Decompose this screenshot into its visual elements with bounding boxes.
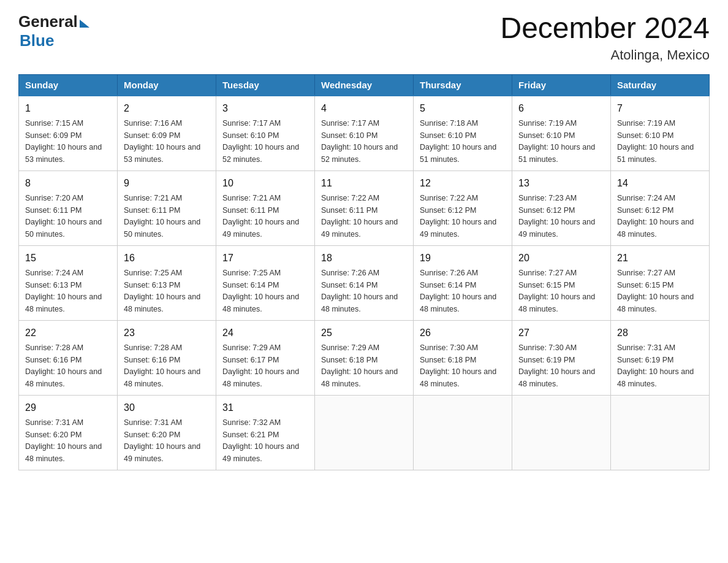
calendar-cell: 14 Sunrise: 7:24 AMSunset: 6:12 PMDaylig… — [611, 170, 710, 245]
day-info: Sunrise: 7:28 AMSunset: 6:16 PMDaylight:… — [25, 343, 102, 388]
calendar-cell: 28 Sunrise: 7:31 AMSunset: 6:19 PMDaylig… — [611, 320, 710, 395]
day-number: 21 — [617, 251, 703, 266]
day-number: 4 — [321, 101, 407, 116]
col-tuesday: Tuesday — [216, 74, 315, 96]
calendar-cell: 23 Sunrise: 7:28 AMSunset: 6:16 PMDaylig… — [118, 320, 216, 395]
calendar-cell — [512, 395, 611, 470]
calendar-cell: 4 Sunrise: 7:17 AMSunset: 6:10 PMDayligh… — [315, 96, 414, 171]
day-number: 20 — [518, 251, 604, 266]
calendar-table: Sunday Monday Tuesday Wednesday Thursday… — [18, 74, 710, 470]
day-number: 9 — [124, 176, 210, 191]
calendar-week-row: 22 Sunrise: 7:28 AMSunset: 6:16 PMDaylig… — [19, 320, 710, 395]
calendar-cell: 8 Sunrise: 7:20 AMSunset: 6:11 PMDayligh… — [19, 170, 118, 245]
calendar-cell — [414, 395, 512, 470]
day-number: 27 — [518, 326, 604, 340]
day-info: Sunrise: 7:31 AMSunset: 6:19 PMDaylight:… — [617, 343, 694, 388]
day-number: 14 — [617, 176, 703, 191]
day-info: Sunrise: 7:22 AMSunset: 6:12 PMDaylight:… — [420, 194, 496, 239]
calendar-cell: 11 Sunrise: 7:22 AMSunset: 6:11 PMDaylig… — [315, 170, 414, 245]
day-info: Sunrise: 7:21 AMSunset: 6:11 PMDaylight:… — [124, 194, 200, 239]
day-number: 13 — [518, 176, 604, 191]
day-info: Sunrise: 7:19 AMSunset: 6:10 PMDaylight:… — [617, 119, 694, 164]
calendar-cell: 25 Sunrise: 7:29 AMSunset: 6:18 PMDaylig… — [315, 320, 414, 395]
day-number: 12 — [420, 176, 506, 191]
day-info: Sunrise: 7:17 AMSunset: 6:10 PMDaylight:… — [222, 119, 299, 164]
calendar-cell: 12 Sunrise: 7:22 AMSunset: 6:12 PMDaylig… — [414, 170, 512, 245]
day-info: Sunrise: 7:18 AMSunset: 6:10 PMDaylight:… — [420, 119, 496, 164]
day-number: 3 — [222, 101, 308, 116]
day-number: 30 — [124, 400, 210, 415]
day-number: 1 — [25, 101, 111, 116]
day-number: 7 — [617, 101, 703, 116]
day-info: Sunrise: 7:29 AMSunset: 6:18 PMDaylight:… — [321, 343, 398, 388]
day-info: Sunrise: 7:30 AMSunset: 6:18 PMDaylight:… — [420, 343, 496, 388]
calendar-week-row: 8 Sunrise: 7:20 AMSunset: 6:11 PMDayligh… — [19, 170, 710, 245]
day-info: Sunrise: 7:27 AMSunset: 6:15 PMDaylight:… — [617, 269, 694, 313]
calendar-cell: 29 Sunrise: 7:31 AMSunset: 6:20 PMDaylig… — [19, 395, 118, 470]
day-info: Sunrise: 7:21 AMSunset: 6:11 PMDaylight:… — [222, 194, 299, 239]
calendar-cell: 15 Sunrise: 7:24 AMSunset: 6:13 PMDaylig… — [19, 245, 118, 320]
day-number: 23 — [124, 326, 210, 340]
day-info: Sunrise: 7:29 AMSunset: 6:17 PMDaylight:… — [222, 343, 299, 388]
day-info: Sunrise: 7:16 AMSunset: 6:09 PMDaylight:… — [124, 119, 200, 164]
calendar-cell: 24 Sunrise: 7:29 AMSunset: 6:17 PMDaylig… — [216, 320, 315, 395]
day-number: 5 — [420, 101, 506, 116]
day-info: Sunrise: 7:24 AMSunset: 6:12 PMDaylight:… — [617, 194, 694, 239]
calendar-cell: 27 Sunrise: 7:30 AMSunset: 6:19 PMDaylig… — [512, 320, 611, 395]
calendar-cell: 20 Sunrise: 7:27 AMSunset: 6:15 PMDaylig… — [512, 245, 611, 320]
day-info: Sunrise: 7:20 AMSunset: 6:11 PMDaylight:… — [25, 194, 102, 239]
day-info: Sunrise: 7:23 AMSunset: 6:12 PMDaylight:… — [518, 194, 595, 239]
calendar-cell — [611, 395, 710, 470]
day-info: Sunrise: 7:19 AMSunset: 6:10 PMDaylight:… — [518, 119, 595, 164]
day-number: 24 — [222, 326, 308, 340]
day-number: 26 — [420, 326, 506, 340]
logo-blue-text: Blue — [20, 31, 54, 50]
day-info: Sunrise: 7:26 AMSunset: 6:14 PMDaylight:… — [420, 269, 496, 313]
calendar-cell: 16 Sunrise: 7:25 AMSunset: 6:13 PMDaylig… — [118, 245, 216, 320]
day-info: Sunrise: 7:28 AMSunset: 6:16 PMDaylight:… — [124, 343, 200, 388]
day-number: 29 — [25, 400, 111, 415]
day-info: Sunrise: 7:22 AMSunset: 6:11 PMDaylight:… — [321, 194, 398, 239]
logo-arrow-icon — [80, 20, 89, 28]
day-info: Sunrise: 7:17 AMSunset: 6:10 PMDaylight:… — [321, 119, 398, 164]
day-number: 17 — [222, 251, 308, 266]
month-year-heading: December 2024 — [500, 12, 710, 45]
day-info: Sunrise: 7:31 AMSunset: 6:20 PMDaylight:… — [25, 418, 102, 463]
day-number: 28 — [617, 326, 703, 340]
day-number: 2 — [124, 101, 210, 116]
calendar-cell: 1 Sunrise: 7:15 AMSunset: 6:09 PMDayligh… — [19, 96, 118, 171]
calendar-cell: 3 Sunrise: 7:17 AMSunset: 6:10 PMDayligh… — [216, 96, 315, 171]
day-number: 31 — [222, 400, 308, 415]
calendar-cell: 10 Sunrise: 7:21 AMSunset: 6:11 PMDaylig… — [216, 170, 315, 245]
day-info: Sunrise: 7:15 AMSunset: 6:09 PMDaylight:… — [25, 119, 102, 164]
title-block: December 2024 Atolinga, Mexico — [500, 12, 710, 63]
col-wednesday: Wednesday — [315, 74, 414, 96]
logo: General Blue — [18, 12, 89, 50]
col-thursday: Thursday — [414, 74, 512, 96]
location-subheading: Atolinga, Mexico — [500, 47, 710, 63]
calendar-cell: 19 Sunrise: 7:26 AMSunset: 6:14 PMDaylig… — [414, 245, 512, 320]
calendar-week-row: 29 Sunrise: 7:31 AMSunset: 6:20 PMDaylig… — [19, 395, 710, 470]
day-number: 8 — [25, 176, 111, 191]
calendar-cell: 30 Sunrise: 7:31 AMSunset: 6:20 PMDaylig… — [118, 395, 216, 470]
col-friday: Friday — [512, 74, 611, 96]
day-info: Sunrise: 7:30 AMSunset: 6:19 PMDaylight:… — [518, 343, 595, 388]
day-info: Sunrise: 7:32 AMSunset: 6:21 PMDaylight:… — [222, 418, 299, 463]
calendar-cell — [315, 395, 414, 470]
day-info: Sunrise: 7:25 AMSunset: 6:13 PMDaylight:… — [124, 269, 200, 313]
day-number: 19 — [420, 251, 506, 266]
calendar-cell: 7 Sunrise: 7:19 AMSunset: 6:10 PMDayligh… — [611, 96, 710, 171]
calendar-cell: 31 Sunrise: 7:32 AMSunset: 6:21 PMDaylig… — [216, 395, 315, 470]
day-number: 18 — [321, 251, 407, 266]
calendar-week-row: 1 Sunrise: 7:15 AMSunset: 6:09 PMDayligh… — [19, 96, 710, 171]
logo-row: General — [18, 12, 89, 31]
calendar-cell: 5 Sunrise: 7:18 AMSunset: 6:10 PMDayligh… — [414, 96, 512, 171]
day-number: 25 — [321, 326, 407, 340]
calendar-cell: 17 Sunrise: 7:25 AMSunset: 6:14 PMDaylig… — [216, 245, 315, 320]
day-number: 16 — [124, 251, 210, 266]
day-number: 15 — [25, 251, 111, 266]
calendar-cell: 18 Sunrise: 7:26 AMSunset: 6:14 PMDaylig… — [315, 245, 414, 320]
calendar-cell: 6 Sunrise: 7:19 AMSunset: 6:10 PMDayligh… — [512, 96, 611, 171]
calendar-cell: 21 Sunrise: 7:27 AMSunset: 6:15 PMDaylig… — [611, 245, 710, 320]
calendar-week-row: 15 Sunrise: 7:24 AMSunset: 6:13 PMDaylig… — [19, 245, 710, 320]
